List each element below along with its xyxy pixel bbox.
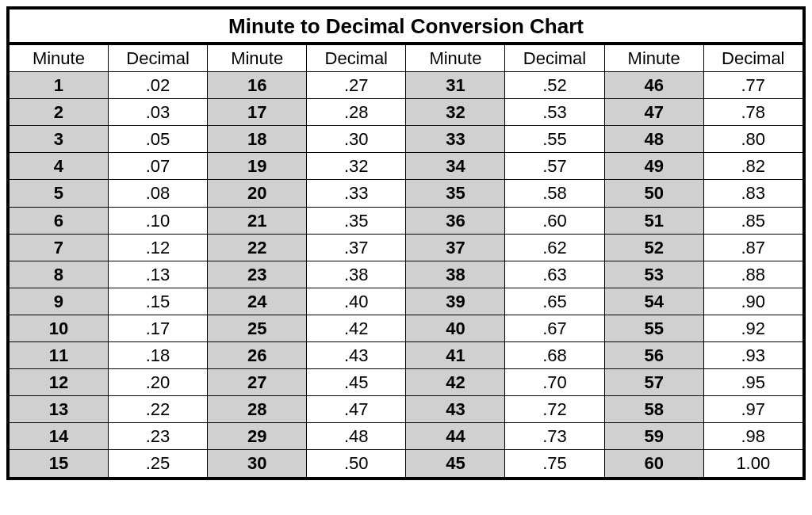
minute-cell: 11 bbox=[8, 342, 108, 369]
decimal-cell: 1.00 bbox=[703, 450, 804, 479]
decimal-cell: .28 bbox=[307, 99, 406, 126]
minute-cell: 49 bbox=[604, 153, 703, 180]
decimal-cell: .40 bbox=[307, 288, 406, 315]
decimal-cell: .90 bbox=[703, 288, 804, 315]
decimal-cell: .25 bbox=[108, 450, 207, 479]
minute-cell: 17 bbox=[208, 99, 307, 126]
decimal-cell: .65 bbox=[505, 288, 604, 315]
table-row: 5.0820.3335.5850.83 bbox=[8, 180, 804, 207]
decimal-cell: .68 bbox=[505, 342, 604, 369]
minute-cell: 10 bbox=[8, 315, 108, 341]
decimal-cell: .52 bbox=[505, 72, 604, 99]
minute-cell: 14 bbox=[8, 423, 108, 450]
minute-cell: 27 bbox=[208, 369, 307, 396]
minute-cell: 15 bbox=[8, 450, 108, 479]
minute-cell: 44 bbox=[406, 423, 505, 450]
decimal-cell: .82 bbox=[703, 153, 804, 180]
minute-cell: 23 bbox=[208, 261, 307, 288]
decimal-cell: .77 bbox=[703, 72, 804, 99]
minute-cell: 58 bbox=[604, 396, 703, 423]
minute-cell: 28 bbox=[208, 396, 307, 423]
minute-cell: 53 bbox=[604, 261, 703, 288]
table-row: 12.2027.4542.7057.95 bbox=[8, 369, 804, 396]
minute-cell: 1 bbox=[8, 72, 108, 99]
table-row: 9.1524.4039.6554.90 bbox=[8, 288, 804, 315]
minute-cell: 13 bbox=[8, 396, 108, 423]
decimal-cell: .70 bbox=[505, 369, 604, 396]
decimal-cell: .73 bbox=[505, 423, 604, 450]
minute-cell: 25 bbox=[208, 315, 307, 341]
table-row: 13.2228.4743.7258.97 bbox=[8, 396, 804, 423]
decimal-cell: .03 bbox=[108, 99, 207, 126]
table-row: 8.1323.3838.6353.88 bbox=[8, 261, 804, 288]
decimal-cell: .83 bbox=[703, 180, 804, 207]
decimal-cell: .37 bbox=[307, 234, 406, 261]
minute-cell: 8 bbox=[8, 261, 108, 288]
minute-cell: 50 bbox=[604, 180, 703, 207]
decimal-cell: .23 bbox=[108, 423, 207, 450]
minute-cell: 51 bbox=[604, 207, 703, 234]
minute-cell: 22 bbox=[208, 234, 307, 261]
minute-cell: 2 bbox=[8, 99, 108, 126]
decimal-cell: .85 bbox=[703, 207, 804, 234]
minute-cell: 57 bbox=[604, 369, 703, 396]
minute-cell: 40 bbox=[406, 315, 505, 341]
minute-cell: 21 bbox=[208, 207, 307, 234]
table-row: 1.0216.2731.5246.77 bbox=[8, 72, 804, 99]
decimal-cell: .07 bbox=[108, 153, 207, 180]
minute-cell: 3 bbox=[8, 126, 108, 153]
decimal-cell: .78 bbox=[703, 99, 804, 126]
decimal-cell: .43 bbox=[307, 342, 406, 369]
table-row: 10.1725.4240.6755.92 bbox=[8, 315, 804, 341]
minute-cell: 6 bbox=[8, 207, 108, 234]
minute-cell: 16 bbox=[208, 72, 307, 99]
decimal-cell: .32 bbox=[307, 153, 406, 180]
col-header-minute: Minute bbox=[406, 44, 505, 72]
minute-cell: 33 bbox=[406, 126, 505, 153]
minute-cell: 9 bbox=[8, 288, 108, 315]
minute-cell: 24 bbox=[208, 288, 307, 315]
decimal-cell: .92 bbox=[703, 315, 804, 341]
decimal-cell: .95 bbox=[703, 369, 804, 396]
decimal-cell: .22 bbox=[108, 396, 207, 423]
decimal-cell: .42 bbox=[307, 315, 406, 341]
table-row: 11.1826.4341.6856.93 bbox=[8, 342, 804, 369]
decimal-cell: .15 bbox=[108, 288, 207, 315]
decimal-cell: .93 bbox=[703, 342, 804, 369]
decimal-cell: .88 bbox=[703, 261, 804, 288]
table-row: 7.1222.3737.6252.87 bbox=[8, 234, 804, 261]
decimal-cell: .62 bbox=[505, 234, 604, 261]
decimal-cell: .20 bbox=[108, 369, 207, 396]
minute-cell: 7 bbox=[8, 234, 108, 261]
decimal-cell: .58 bbox=[505, 180, 604, 207]
decimal-cell: .05 bbox=[108, 126, 207, 153]
decimal-cell: .87 bbox=[703, 234, 804, 261]
minute-cell: 48 bbox=[604, 126, 703, 153]
decimal-cell: .18 bbox=[108, 342, 207, 369]
minute-cell: 34 bbox=[406, 153, 505, 180]
minute-cell: 32 bbox=[406, 99, 505, 126]
minute-cell: 4 bbox=[8, 153, 108, 180]
decimal-cell: .35 bbox=[307, 207, 406, 234]
minute-cell: 18 bbox=[208, 126, 307, 153]
minute-cell: 5 bbox=[8, 180, 108, 207]
decimal-cell: .75 bbox=[505, 450, 604, 479]
decimal-cell: .45 bbox=[307, 369, 406, 396]
minute-cell: 20 bbox=[208, 180, 307, 207]
minute-cell: 43 bbox=[406, 396, 505, 423]
conversion-table: Minute to Decimal Conversion Chart Minut… bbox=[6, 6, 806, 480]
minute-cell: 46 bbox=[604, 72, 703, 99]
minute-cell: 30 bbox=[208, 450, 307, 479]
col-header-minute: Minute bbox=[208, 44, 307, 72]
col-header-decimal: Decimal bbox=[108, 44, 207, 72]
minute-cell: 52 bbox=[604, 234, 703, 261]
minute-cell: 39 bbox=[406, 288, 505, 315]
decimal-cell: .67 bbox=[505, 315, 604, 341]
col-header-decimal: Decimal bbox=[703, 44, 804, 72]
col-header-minute: Minute bbox=[604, 44, 703, 72]
minute-cell: 45 bbox=[406, 450, 505, 479]
table-row: 6.1021.3536.6051.85 bbox=[8, 207, 804, 234]
minute-cell: 37 bbox=[406, 234, 505, 261]
minute-cell: 31 bbox=[406, 72, 505, 99]
decimal-cell: .17 bbox=[108, 315, 207, 341]
